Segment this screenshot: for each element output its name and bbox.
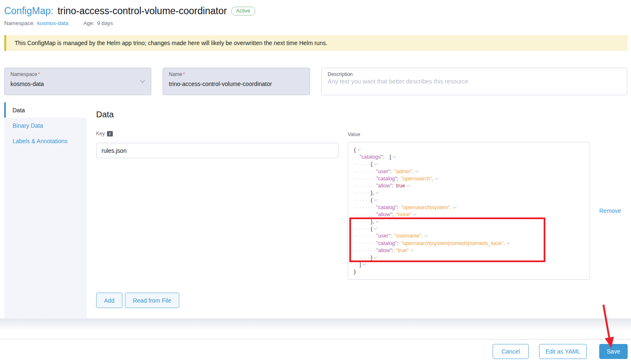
namespace-field-value: kosmos-data: [10, 81, 44, 87]
key-label: Key: [96, 131, 105, 136]
tab-binary-data[interactable]: Binary Data: [4, 118, 87, 133]
read-from-file-button[interactable]: Read from File: [125, 293, 179, 308]
name-field[interactable]: Name* trino-access-control-volume-coordi…: [163, 68, 310, 95]
namespace-link[interactable]: kosmos-data: [37, 20, 68, 26]
resource-name: trino-access-control-volume-coordinator: [58, 5, 227, 17]
panel-shadow: [0, 318, 631, 330]
resource-kind-label: ConfigMap:: [4, 5, 53, 17]
namespace-field-label: Namespace*: [10, 71, 40, 77]
add-button[interactable]: Add: [96, 293, 122, 308]
description-input[interactable]: [328, 78, 620, 85]
name-field-value: trino-access-control-volume-coordinator: [169, 81, 272, 87]
edit-as-yaml-button[interactable]: Edit as YAML: [539, 344, 587, 359]
header-subtitle: Namespace: kosmos-data Age: 9 days: [4, 20, 113, 26]
value-editor[interactable]: {↵··"catalogs":··[↵······{↵········"user…: [348, 142, 590, 280]
key-input[interactable]: [96, 143, 338, 158]
section-title: Data: [96, 110, 114, 119]
required-asterisk: *: [38, 71, 40, 77]
info-icon[interactable]: i: [107, 131, 113, 136]
remove-button[interactable]: Remove: [599, 207, 621, 214]
age-value: 9 days: [97, 20, 113, 26]
footer-divider: [0, 339, 631, 339]
required-asterisk: *: [183, 71, 185, 77]
tab-data[interactable]: Data: [4, 102, 87, 118]
cancel-button[interactable]: Cancel: [493, 344, 529, 359]
save-button[interactable]: Save: [599, 344, 628, 359]
data-panel: Data Binary Data Labels & Annotations Da…: [4, 102, 628, 318]
description-field-label: Description: [328, 71, 353, 77]
key-label-row: Key i: [96, 131, 113, 136]
warning-text: This ConfigMap is managed by the Helm ap…: [15, 40, 328, 46]
data-actions: Add Read from File: [96, 293, 179, 308]
age-label: Age:: [83, 20, 94, 26]
helm-managed-warning-banner: This ConfigMap is managed by the Helm ap…: [4, 35, 628, 51]
name-field-label: Name*: [169, 71, 185, 77]
status-badge: Active: [231, 7, 255, 15]
namespace-label: Namespace:: [4, 20, 35, 26]
tab-labels-annotations[interactable]: Labels & Annotations: [4, 133, 87, 149]
value-label: Value: [348, 131, 360, 137]
chevron-down-icon: [139, 78, 146, 85]
tab-column: Data Binary Data Labels & Annotations: [4, 102, 87, 318]
namespace-select[interactable]: Namespace* kosmos-data: [4, 68, 151, 95]
description-field[interactable]: Description: [321, 68, 627, 95]
configmap-edit-page: ConfigMap: trino-access-control-volume-c…: [0, 0, 631, 364]
page-title: ConfigMap: trino-access-control-volume-c…: [4, 5, 255, 17]
